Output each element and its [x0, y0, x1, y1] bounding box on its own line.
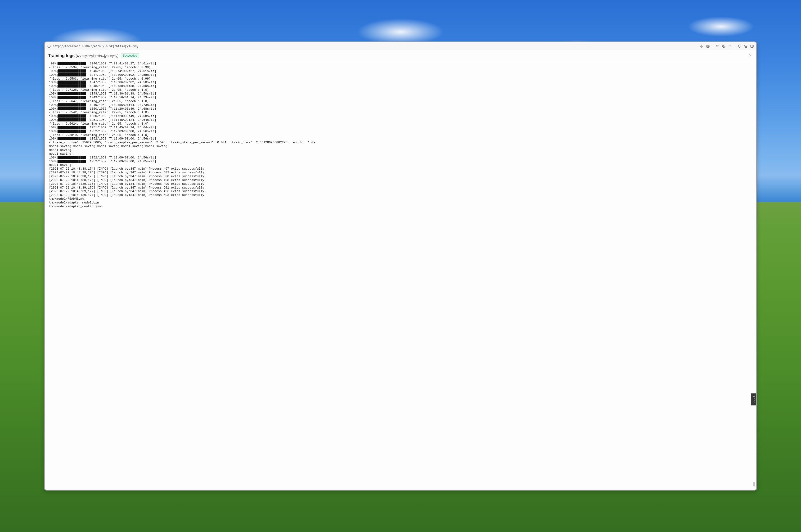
shield-icon[interactable]	[738, 44, 742, 48]
panel-icon[interactable]	[750, 44, 754, 48]
svg-point-7	[729, 45, 731, 47]
page-header: Training logs (4t7ouylb5ykjrbtfswjy3u6yd…	[45, 50, 756, 61]
log-output: 99%|███████████████| 1046/1052 [7:09:41<…	[49, 62, 754, 208]
close-button[interactable]	[748, 53, 753, 59]
page-title-text: Training logs	[48, 53, 75, 58]
globe-icon[interactable]	[722, 44, 726, 48]
svg-rect-5	[716, 45, 719, 47]
target-icon[interactable]	[728, 44, 732, 48]
mail-icon[interactable]	[716, 44, 720, 48]
svg-rect-13	[745, 46, 747, 48]
svg-rect-12	[745, 45, 747, 46]
camera-icon[interactable]	[706, 44, 710, 48]
status-badge: Succeeded	[121, 53, 139, 58]
link-icon[interactable]	[700, 44, 704, 48]
address-bar: http://localhost:8000/p/4t7ouylb5ykjrbtf…	[45, 42, 756, 50]
storage-icon[interactable]	[744, 44, 748, 48]
app-window: http://localhost:8000/p/4t7ouylb5ykjrbtf…	[44, 41, 757, 491]
page-title: Training logs (4t7ouylb5ykjrbtfswjy3u6yd…	[48, 53, 118, 58]
svg-rect-14	[750, 45, 754, 48]
scrollbar-thumb[interactable]	[754, 482, 755, 487]
log-viewport[interactable]: 99%|███████████████| 1046/1052 [7:09:41<…	[45, 61, 756, 490]
svg-rect-3	[706, 45, 709, 48]
address-url[interactable]: http://localhost:8000/p/4t7ouylb5ykjrbtf…	[53, 44, 138, 48]
page-subtitle: (4t7ouylb5ykjrbtfswjy3u6ydy)	[76, 54, 118, 58]
toolbar-icons	[700, 44, 754, 48]
info-icon[interactable]	[47, 44, 51, 48]
django-debug-toolbar-tab[interactable]: DJDT	[751, 393, 757, 406]
svg-point-4	[707, 46, 709, 47]
